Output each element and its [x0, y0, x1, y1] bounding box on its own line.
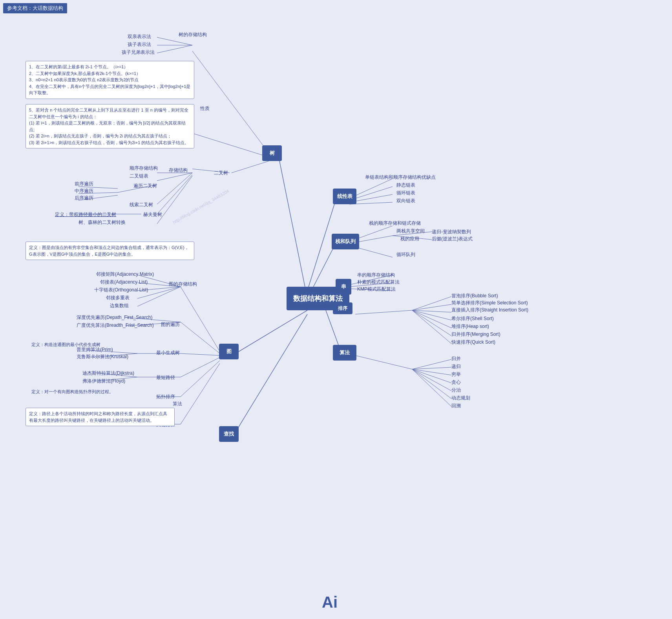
search-node: 查找	[219, 426, 239, 442]
linear-node: 线性表	[333, 189, 356, 204]
sq-storage: 栈的顺序存储和链式存储	[369, 220, 421, 227]
sort-item-4: 堆排序(Heap sort)	[451, 323, 489, 330]
bottom-label: Ai	[322, 593, 338, 611]
algo-item-2: 穷举	[451, 371, 461, 378]
forest-convert-label: 树、森林的二叉树转换	[79, 219, 126, 226]
string-node: 串	[336, 279, 351, 295]
tree-node: 树	[262, 145, 282, 161]
string-item-1: 朴素的模式匹配算法	[357, 279, 400, 286]
sort-node: 排序	[333, 302, 352, 314]
algo-item-4: 分治	[451, 387, 461, 394]
svg-line-9	[157, 37, 192, 45]
svg-line-61	[412, 310, 451, 312]
huffman-tree-label: 赫夫曼树	[143, 211, 162, 218]
svg-line-66	[355, 355, 412, 369]
svg-line-70	[412, 369, 451, 383]
binary-tree-label: 二叉树	[214, 170, 228, 176]
svg-line-21	[157, 173, 192, 204]
shortest-path-1: 弗洛伊德算法(Floyd)	[82, 378, 125, 385]
svg-line-50	[181, 357, 220, 377]
shortest-path-title: 最短路径	[156, 374, 175, 381]
svg-line-54	[181, 361, 220, 397]
svg-line-22	[157, 175, 192, 214]
svg-line-7	[236, 314, 307, 432]
graph-traversal-title: 图的遍历	[161, 321, 180, 328]
sort-item-1: 简单选择排序(Simple Selection Sort)	[451, 300, 528, 306]
linear-item-2: 循环链表	[396, 190, 415, 196]
tree-storage-item-1: 孩子表示法	[128, 41, 151, 48]
graph-traversal-1: 广度优先算法(Breadth_Frist_Search)	[77, 322, 154, 329]
algo-item-6: 回溯	[451, 403, 461, 409]
svg-line-8	[192, 51, 269, 153]
page-container: 参考文档：大话数据结构 http://blog.csdn.net/qq_3448…	[0, 0, 672, 619]
svg-line-56	[181, 363, 220, 424]
sq-apply-1: 后缀(逆波兰)表达式	[432, 236, 473, 242]
graph-def-box: 定义：图是由顶点的有穷非空集合和顶点之间边的集合组成，通常表示为：G(V,E)，…	[26, 242, 194, 260]
tree-storage-item-2: 孩子兄弟表示法	[122, 49, 155, 56]
binary-tree-storage-title: 存储结构	[169, 167, 188, 174]
svg-line-62	[412, 310, 451, 320]
sort-item-5: 归并排序(Merging Sort)	[451, 331, 500, 338]
tree-prop-2: 2、二叉树中如果深度为k,那么最多有2k-1个节点。(k>=1）	[29, 70, 191, 77]
tree-prop-4: 4、在完全二叉树中，具有n个节点的完全二叉树的深度为[log2n]+1，其中[l…	[29, 83, 191, 96]
svg-line-69	[412, 369, 451, 375]
svg-line-59	[412, 297, 451, 310]
svg-line-11	[157, 45, 192, 53]
svg-line-37	[181, 287, 220, 352]
tree-properties-box: 1、在二叉树的第i层上最多有 2i-1 个节点。（i>=1） 2、二叉树中如果深…	[26, 61, 194, 99]
sort-item-6: 快速排序(Quick Sort)	[451, 339, 495, 346]
graph-def-text: 定义：图是由顶点的有穷非空集合和顶点之间边的集合组成，通常表示为：G(V,E)，…	[29, 244, 191, 257]
tree-properties-label: 性质	[200, 105, 210, 112]
algo-item-3: 贪心	[451, 379, 461, 386]
traversal-1: 中序遍历	[75, 188, 93, 194]
algorithm-node: 算法	[333, 345, 356, 361]
svg-line-65	[412, 310, 451, 344]
critical-path-box: 定义：路径上各个活动所持续的时间之和称为路径长度，从源点到汇点具有最大长度的路径…	[26, 408, 175, 426]
graph-storage-1: 邻接表(Adjacency List)	[100, 279, 148, 286]
svg-line-16	[157, 173, 192, 181]
tree-property5-box: 5、若对含 n 个结点的完全二叉树从上到下且从左至右进行 1 至 n 的编号，则…	[26, 104, 194, 148]
svg-line-68	[412, 367, 451, 369]
tree-prop-3: 3、n0=n2+1 n0表示度数为0的节点 n2表示度数为2的节点	[29, 77, 191, 83]
algo-item-1: 递归	[451, 363, 461, 370]
svg-line-64	[412, 310, 451, 336]
svg-line-58	[355, 310, 412, 314]
graph-storage-4: 边集数组	[110, 302, 129, 309]
stack-queue-node: 栈和队列	[332, 234, 359, 249]
min-spanning-title: 最小生成树	[156, 350, 180, 356]
svg-line-72	[412, 369, 451, 399]
traversal-title: 遍历二叉树	[133, 183, 157, 189]
svg-line-73	[412, 369, 451, 407]
sort-item-0: 冒泡排序(Bubble Sort)	[451, 293, 498, 299]
svg-line-46	[181, 353, 220, 355]
string-item-2: KMP模式匹配算法	[357, 286, 396, 293]
binary-tree-storage-0: 顺序存储结构	[130, 165, 158, 172]
sq-apply-title: 栈的应用	[400, 236, 419, 242]
watermark: http://blog.csdn.net/qq_34483204	[172, 189, 230, 225]
min-spanning-1: 克鲁斯卡尔算法(Kruskal)	[77, 353, 128, 360]
traversal-2: 后序遍历	[75, 195, 93, 201]
graph-storage-3: 邻接多重表	[106, 295, 130, 301]
topo-sort-def: 定义：对一个有向图构造拓扑序列的过程。	[31, 389, 113, 395]
svg-line-0	[279, 157, 307, 299]
linear-item-3: 双向链表	[396, 198, 415, 204]
min-spanning-0: 普里姆算法(Prim)	[77, 346, 113, 353]
algo-item-5: 动态规划	[451, 395, 470, 401]
graph-node: 图	[219, 344, 239, 359]
algo-item-0: 归并	[451, 355, 461, 362]
critical-path-def: 定义：路径上各个活动所持续的时间之和称为路径长度，从源点到汇点具有最大长度的路径…	[29, 410, 171, 423]
topo-sort-title: 拓扑排序	[156, 394, 175, 400]
sort-item-2: 直接插入排序(Straight Insertion Sort)	[451, 307, 528, 313]
graph-traversal-0: 深度优先遍历(Depath_First_Search)	[77, 314, 152, 321]
svg-line-63	[412, 310, 451, 328]
graph-storage-2: 十字链表(Orthogonal List)	[94, 287, 148, 293]
linear-item-1: 静态链表	[396, 182, 415, 189]
graph-storage-0: 邻接矩阵(Adjacency Matrix)	[96, 271, 154, 278]
sq-shared: 两栈共享空间	[396, 228, 425, 234]
traversal-0: 前序遍历	[75, 181, 93, 187]
tree-prop-1: 1、在二叉树的第i层上最多有 2i-1 个节点。（i>=1）	[29, 64, 191, 70]
sq-apply-0: 递归-斐波纳契数列	[432, 229, 471, 235]
thread-binary-label: 线索二叉树	[130, 201, 153, 208]
sq-circular: 循环队列	[396, 251, 415, 258]
svg-line-71	[412, 369, 451, 391]
